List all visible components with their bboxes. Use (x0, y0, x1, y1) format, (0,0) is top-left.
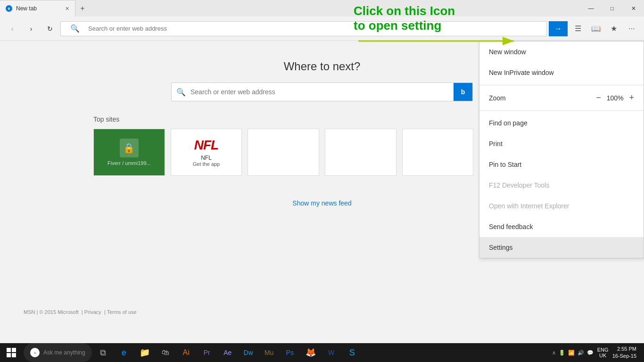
taskbar-skype-icon[interactable]: S (342, 343, 363, 362)
firefox-icon: 🦊 (305, 347, 316, 358)
list-item[interactable] (325, 129, 396, 176)
forward-button[interactable]: › (23, 20, 40, 37)
footer-privacy-link[interactable]: Privacy (84, 309, 101, 315)
bing-search-button[interactable]: b (454, 83, 472, 101)
notification-icon: 💬 (587, 350, 594, 356)
network-icon: 📶 (568, 350, 575, 356)
nfl-sub: Get the app (193, 161, 220, 167)
menu-item-settings[interactable]: Settings (479, 237, 644, 258)
system-tray: ∧ 🔋 📶 🔊 💬 (552, 350, 594, 356)
more-icon[interactable]: ··· (623, 20, 640, 37)
zoom-controls: − 100% + (596, 93, 634, 103)
search-bar-icon: 🔍 (172, 83, 190, 101)
taskbar-store-icon[interactable]: 🛍 (155, 343, 176, 362)
cortana-icon: ○ (30, 348, 40, 357)
taskbar-explorer-icon[interactable]: 📁 (134, 343, 155, 362)
title-bar: e New tab ✕ + — □ ✕ (0, 0, 644, 16)
reading-view-icon[interactable]: 📖 (587, 20, 604, 37)
list-item[interactable] (402, 129, 474, 176)
battery-icon: 🔋 (559, 350, 565, 356)
menu-item-new-window[interactable]: New window (479, 41, 644, 62)
taskbar-ae-icon[interactable]: Ae (217, 343, 238, 362)
chevron-up-icon[interactable]: ∧ (552, 350, 556, 356)
start-button[interactable] (0, 343, 23, 362)
hub-icon[interactable]: ☰ (570, 20, 586, 37)
new-tab-button[interactable]: + (75, 1, 90, 16)
refresh-button[interactable]: ↻ (41, 20, 58, 37)
premiere-icon: Pr (204, 349, 210, 356)
windows-icon (7, 348, 16, 357)
zoom-decrease-button[interactable]: − (596, 93, 601, 103)
tab-close-button[interactable]: ✕ (65, 6, 69, 12)
menu-item-print[interactable]: Print (479, 133, 644, 154)
language-indicator: ENG UK (595, 347, 611, 358)
address-bar[interactable]: 🔍 (60, 21, 547, 36)
taskbar-pr-icon[interactable]: Pr (197, 343, 217, 362)
menu-divider-2 (479, 110, 644, 111)
new-tab-search-bar[interactable]: 🔍 b (171, 82, 473, 101)
page-title: Where to next? (284, 60, 361, 73)
zoom-increase-button[interactable]: + (629, 93, 634, 103)
taskbar-ai-icon[interactable]: Ai (176, 343, 197, 362)
edge-favicon: e (6, 5, 12, 12)
menu-item-f12[interactable]: F12 Developer Tools (479, 175, 644, 196)
show-news-feed-button[interactable]: Show my news feed (292, 199, 351, 207)
back-button[interactable]: ‹ (4, 20, 21, 37)
photoshop-icon: Ps (286, 349, 294, 356)
taskbar-mu-icon[interactable]: Mu (259, 343, 280, 362)
task-view-button[interactable]: ⧉ (93, 343, 114, 362)
edge-icon: e (122, 348, 126, 358)
taskbar-dw-icon[interactable]: Dw (238, 343, 259, 362)
dreamweaver-icon: Dw (244, 349, 253, 356)
minimize-button[interactable]: — (580, 0, 602, 16)
list-item[interactable]: 🔒 Fiverr / ummi199... (93, 129, 165, 176)
search-input[interactable] (190, 83, 454, 101)
tab-label: New tab (16, 5, 37, 12)
taskbar-right: ∧ 🔋 📶 🔊 💬 ENG UK 2:55 PM 16-Sep-15 (552, 346, 644, 360)
menu-divider (479, 85, 644, 85)
lang-name: ENG (597, 347, 609, 353)
list-item[interactable]: NFL NFL Get the app (171, 129, 242, 176)
window-controls: — □ ✕ (580, 0, 644, 16)
menu-item-feedback[interactable]: Send feedback (479, 216, 644, 237)
lang-region: UK (597, 353, 609, 358)
list-item[interactable] (248, 129, 319, 176)
zoom-control-row: Zoom − 100% + (479, 87, 644, 108)
menu-item-ie[interactable]: Open with Internet Explorer (479, 196, 644, 216)
settings-dropdown-menu: New window New InPrivate window Zoom − 1… (479, 41, 644, 258)
volume-icon: 🔊 (578, 350, 584, 356)
taskbar-apps: e 📁 🛍 Ai Pr Ae Dw Mu Ps 🦊 W (114, 343, 552, 362)
nfl-logo: NFL (194, 138, 218, 153)
after-effects-icon: Ae (223, 349, 231, 356)
nav-bar: ‹ › ↻ 🔍 → ☰ 📖 ★ ··· (0, 16, 644, 41)
muse-icon: Mu (264, 349, 273, 356)
maximize-button[interactable]: □ (602, 0, 623, 16)
taskbar-firefox-icon[interactable]: 🦊 (300, 343, 321, 362)
footer: MSN | © 2015 Microsoft | Privacy | Terms… (24, 309, 137, 315)
task-view-icon: ⧉ (100, 348, 106, 358)
taskbar-word-icon[interactable]: W (321, 343, 342, 362)
menu-item-find[interactable]: Find on page (479, 113, 644, 133)
footer-terms-link[interactable]: Terms of use (107, 309, 137, 315)
taskbar: ○ Ask me anything ⧉ e 📁 🛍 Ai Pr Ae Dw Mu (0, 343, 644, 362)
cortana-label: Ask me anything (43, 349, 85, 356)
clock[interactable]: 2:55 PM 16-Sep-15 (612, 346, 640, 360)
taskbar-edge-icon[interactable]: e (114, 343, 134, 362)
word-icon: W (328, 349, 334, 356)
close-button[interactable]: ✕ (623, 0, 644, 16)
menu-item-pin[interactable]: Pin to Start (479, 154, 644, 175)
favorites-icon[interactable]: ★ (605, 20, 622, 37)
address-input[interactable] (88, 25, 542, 32)
site-icon: 🔒 (120, 139, 139, 157)
search-go-button[interactable]: → (549, 21, 568, 36)
toolbar-icons: ☰ 📖 ★ ··· (570, 20, 640, 37)
nfl-label: NFL (201, 155, 212, 161)
file-explorer-icon: 📁 (140, 347, 150, 358)
search-icon: 🔍 (66, 22, 84, 36)
taskbar-ps-icon[interactable]: Ps (280, 343, 300, 362)
cortana-search[interactable]: ○ Ask me anything (24, 343, 92, 362)
site-label: Fiverr / ummi199... (107, 160, 151, 166)
browser-tab[interactable]: e New tab ✕ (0, 0, 75, 16)
footer-copyright: © 2015 Microsoft (39, 309, 78, 315)
menu-item-inprivate[interactable]: New InPrivate window (479, 62, 644, 83)
